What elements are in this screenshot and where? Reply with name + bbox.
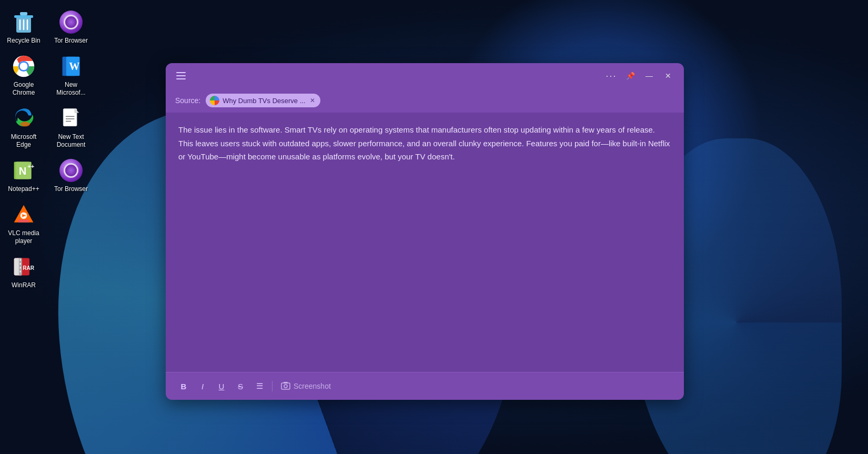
- tor-browser-2-icon: [58, 158, 84, 183]
- word-icon: W: [58, 54, 84, 79]
- chrome-label: Google Chrome: [3, 81, 45, 97]
- desktop-icon-area: Recycle Bin Tor Browser: [0, 0, 105, 454]
- recycle-bin-label: Recycle Bin: [7, 37, 40, 45]
- chrome-icon: [11, 54, 36, 79]
- svg-rect-34: [284, 382, 288, 384]
- notepadpp-icon: N ++: [11, 158, 36, 183]
- winrar-label: WinRAR: [12, 281, 36, 290]
- tor-browser-1-icon: [58, 9, 84, 35]
- svg-text:RAR: RAR: [23, 265, 35, 270]
- desktop-icon-recycle-bin[interactable]: Recycle Bin: [0, 5, 47, 49]
- pin-button[interactable]: 📌: [623, 68, 638, 83]
- desktop-icon-tor-browser-1[interactable]: Tor Browser: [47, 5, 95, 49]
- screenshot-label: Screenshot: [294, 382, 331, 390]
- screenshot-button[interactable]: Screenshot: [277, 379, 335, 393]
- strikethrough-button[interactable]: S: [232, 378, 249, 395]
- edge-icon: [11, 106, 36, 131]
- svg-rect-31: [20, 270, 21, 273]
- panel-content: The issue lies in the software. Smart TV…: [166, 113, 684, 372]
- panel-content-text: The issue lies in the software. Smart TV…: [178, 123, 671, 164]
- source-tab-text: Why Dumb TVs Deserve ...: [223, 97, 305, 105]
- tor-browser-2-label: Tor Browser: [54, 185, 88, 194]
- italic-button[interactable]: I: [194, 378, 211, 395]
- panel-toolbar: B I U S ☰ Screenshot: [166, 372, 684, 400]
- desktop-icon-new-text-doc[interactable]: New Text Document: [47, 102, 95, 154]
- desktop-icon-tor-browser-2[interactable]: Tor Browser: [47, 154, 95, 198]
- list-button[interactable]: ☰: [251, 378, 268, 395]
- notepadpp-label: Notepad++: [8, 185, 39, 194]
- close-button[interactable]: ✕: [661, 68, 675, 83]
- desktop-icon-chrome[interactable]: Google Chrome: [0, 49, 47, 102]
- svg-rect-22: [18, 219, 29, 223]
- desktop-icon-edge[interactable]: Microsoft Edge: [0, 102, 47, 154]
- titlebar-right: ··· 📌 — ✕: [604, 68, 675, 83]
- svg-rect-2: [20, 12, 27, 15]
- desktop-icon-winrar[interactable]: RAR WinRAR: [0, 250, 47, 294]
- desktop-icon-vlc[interactable]: VLC media player: [0, 198, 47, 250]
- screenshot-icon: [281, 381, 290, 391]
- vlc-icon: [11, 202, 36, 227]
- svg-text:N: N: [19, 165, 27, 177]
- desktop-icon-notepadpp[interactable]: N ++ Notepad++: [0, 154, 47, 198]
- underline-button[interactable]: U: [213, 378, 230, 395]
- winrar-icon: RAR: [11, 254, 36, 279]
- vlc-label: VLC media player: [3, 229, 45, 246]
- svg-rect-29: [20, 263, 21, 265]
- toolbar-divider: [272, 381, 272, 391]
- source-bar: Source: Why Dumb TVs Deserve ... ✕: [166, 88, 684, 113]
- hamburger-menu-button[interactable]: [174, 70, 188, 82]
- svg-text:++: ++: [27, 163, 34, 169]
- edge-label: Microsoft Edge: [3, 133, 45, 149]
- new-text-doc-label: New Text Document: [50, 133, 92, 149]
- panel-titlebar: ··· 📌 — ✕: [166, 63, 684, 88]
- svg-rect-28: [20, 259, 21, 261]
- copilot-panel: ··· 📌 — ✕ Source: Why Dumb TVs Deserve .…: [166, 63, 684, 400]
- desktop-icon-new-microsoft[interactable]: W New Microsof...: [47, 49, 95, 102]
- source-label: Source:: [175, 96, 200, 105]
- bold-button[interactable]: B: [175, 378, 192, 395]
- source-tab-close-button[interactable]: ✕: [310, 97, 315, 104]
- svg-point-11: [21, 122, 30, 126]
- tor-browser-1-label: Tor Browser: [54, 37, 88, 45]
- svg-text:W: W: [69, 60, 79, 72]
- svg-point-7: [20, 62, 28, 70]
- chrome-source-icon: [210, 96, 219, 105]
- source-tab[interactable]: Why Dumb TVs Deserve ... ✕: [206, 94, 320, 107]
- notepad-file-icon: [58, 106, 84, 131]
- more-options-button[interactable]: ···: [604, 68, 619, 83]
- svg-rect-33: [281, 383, 290, 389]
- svg-rect-30: [20, 267, 21, 269]
- svg-point-35: [284, 385, 287, 388]
- titlebar-left: [174, 70, 188, 82]
- new-microsoft-label: New Microsof...: [50, 81, 92, 97]
- recycle-bin-icon: [11, 9, 36, 35]
- svg-rect-1: [14, 15, 33, 18]
- minimize-button[interactable]: —: [642, 68, 657, 83]
